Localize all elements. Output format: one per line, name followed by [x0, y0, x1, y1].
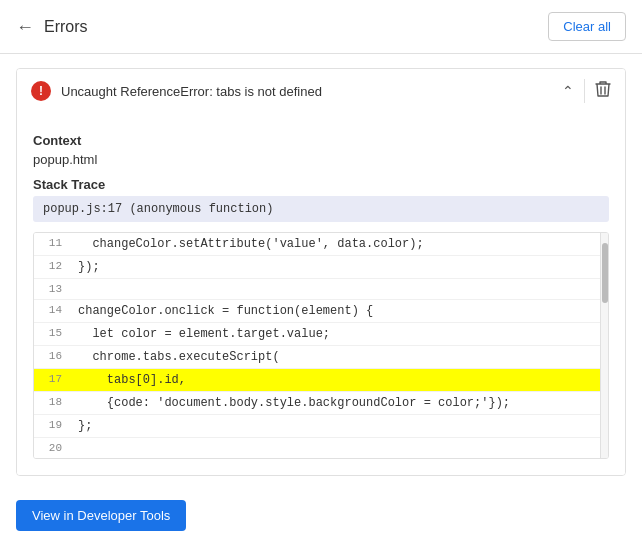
code-lines-container: 11 changeColor.setAttribute('value', dat… [34, 233, 600, 458]
line-number: 11 [34, 233, 70, 253]
error-body: Context popup.html Stack Trace popup.js:… [17, 113, 625, 475]
error-message: Uncaught ReferenceError: tabs is not def… [61, 84, 322, 99]
code-line: 13 [34, 279, 600, 300]
chevron-up-icon[interactable]: ⌃ [562, 83, 574, 99]
line-content: chrome.tabs.executeScript( [70, 346, 600, 368]
context-value: popup.html [33, 152, 609, 167]
line-content [70, 279, 600, 287]
line-number: 18 [34, 392, 70, 412]
scrollbar-thumb[interactable] [602, 243, 608, 303]
line-content: changeColor.onclick = function(element) … [70, 300, 600, 322]
error-item: ! Uncaught ReferenceError: tabs is not d… [16, 68, 626, 476]
stack-trace-label: Stack Trace [33, 177, 609, 192]
header: ← Errors Clear all [0, 0, 642, 54]
code-line: 18 {code: 'document.body.style.backgroun… [34, 392, 600, 415]
code-line: 15 let color = element.target.value; [34, 323, 600, 346]
context-label: Context [33, 133, 609, 148]
line-content: }); [70, 256, 600, 278]
code-line: 19}; [34, 415, 600, 438]
error-header-row: ! Uncaught ReferenceError: tabs is not d… [17, 69, 625, 113]
code-line: 12}); [34, 256, 600, 279]
divider [584, 79, 585, 103]
code-line: 17 tabs[0].id, [34, 369, 600, 392]
code-line: 11 changeColor.setAttribute('value', dat… [34, 233, 600, 256]
code-block: 11 changeColor.setAttribute('value', dat… [33, 232, 609, 459]
line-content: let color = element.target.value; [70, 323, 600, 345]
delete-icon[interactable] [595, 80, 611, 102]
code-line: 16 chrome.tabs.executeScript( [34, 346, 600, 369]
line-number: 14 [34, 300, 70, 320]
line-number: 15 [34, 323, 70, 343]
code-line: 20 [34, 438, 600, 458]
line-number: 12 [34, 256, 70, 276]
line-content: tabs[0].id, [70, 369, 600, 391]
page-title: Errors [44, 18, 88, 36]
line-number: 16 [34, 346, 70, 366]
clear-all-button[interactable]: Clear all [548, 12, 626, 41]
line-content: }; [70, 415, 600, 437]
scrollbar-track[interactable] [600, 233, 608, 458]
stack-trace-value: popup.js:17 (anonymous function) [33, 196, 609, 222]
error-icon: ! [31, 81, 51, 101]
line-number: 20 [34, 438, 70, 458]
back-button[interactable]: ← [16, 18, 34, 36]
line-content: changeColor.setAttribute('value', data.c… [70, 233, 600, 255]
header-left: ← Errors [16, 18, 88, 36]
line-number: 19 [34, 415, 70, 435]
line-number: 17 [34, 369, 70, 389]
line-number: 13 [34, 279, 70, 299]
error-header-left: ! Uncaught ReferenceError: tabs is not d… [31, 81, 322, 101]
view-devtools-button[interactable]: View in Developer Tools [16, 500, 186, 531]
line-content: {code: 'document.body.style.backgroundCo… [70, 392, 600, 414]
error-header-right: ⌃ [562, 79, 611, 103]
line-content [70, 438, 600, 446]
code-line: 14changeColor.onclick = function(element… [34, 300, 600, 323]
code-scroll-area: 11 changeColor.setAttribute('value', dat… [34, 233, 608, 458]
